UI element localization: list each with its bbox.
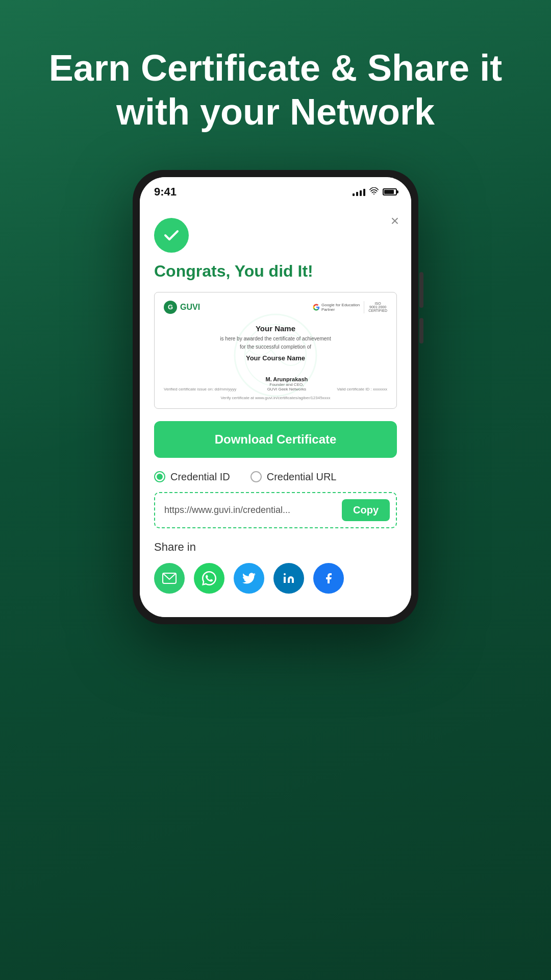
svg-point-4	[284, 573, 286, 575]
credential-id-radio-outer	[154, 471, 165, 482]
status-bar: 9:41	[140, 177, 411, 203]
credential-url-text: https://www.guvi.in/credential...	[164, 505, 337, 516]
share-icons-row	[154, 563, 397, 594]
status-time: 9:41	[154, 185, 177, 199]
phone-mockup: 9:41 ×	[133, 170, 418, 624]
share-email-icon[interactable]	[154, 563, 185, 594]
share-label: Share in	[154, 541, 397, 554]
iso-badge: ISO9001:2000CERTIFIED	[368, 302, 387, 312]
share-whatsapp-icon[interactable]	[194, 563, 224, 594]
credential-id-radio-inner	[157, 474, 163, 480]
credential-id-radio[interactable]: Credential ID	[154, 471, 230, 483]
close-button[interactable]: ×	[391, 213, 399, 229]
status-icons	[353, 187, 397, 197]
guvi-logo: G GUVI	[164, 301, 200, 314]
signal-bars	[353, 188, 365, 196]
google-partner-text: Google for EducationPartner	[321, 303, 360, 312]
copy-button[interactable]: Copy	[342, 499, 390, 521]
cert-recipient-name: Your Name	[164, 324, 387, 333]
side-button-2	[419, 318, 423, 344]
wifi-icon	[369, 187, 379, 197]
certificate-preview: G GUVI Google for EducationPartner ISO90…	[154, 292, 397, 409]
success-check-circle	[154, 218, 189, 253]
cert-awarded-text: is here by awarded the certificate of ac…	[164, 335, 387, 351]
battery-icon	[383, 188, 397, 195]
share-twitter-icon[interactable]	[234, 563, 264, 594]
credential-url-radio[interactable]: Credential URL	[251, 471, 337, 483]
cert-id-label: Valid certificate ID : xxxxxxx	[337, 387, 387, 391]
headline-line2: with your Network	[116, 91, 435, 132]
download-certificate-button[interactable]: Download Certificate	[154, 421, 397, 458]
guvi-logo-text: GUVI	[180, 303, 200, 312]
url-display-box: https://www.guvi.in/credential... Copy	[154, 492, 397, 528]
side-button-1	[419, 272, 423, 308]
credential-radio-group: Credential ID Credential URL	[154, 471, 397, 483]
headline-line1: Earn Certificate & Share it	[49, 47, 502, 88]
cert-body: Your Name is here by awarded the certifi…	[164, 319, 387, 367]
svg-point-0	[373, 193, 374, 194]
phone-screen: 9:41 ×	[140, 177, 411, 617]
guvi-logo-icon: G	[164, 301, 177, 314]
share-facebook-icon[interactable]	[313, 563, 344, 594]
share-linkedin-icon[interactable]	[273, 563, 304, 594]
congrats-heading: Congrats, You did It!	[154, 262, 397, 281]
modal-content: × Congrats, You did It! G GUVI	[140, 203, 411, 617]
cert-course-name: Your Course Name	[164, 354, 387, 362]
share-section: Share in	[154, 541, 397, 594]
credential-id-label: Credential ID	[170, 471, 230, 483]
page-headline: Earn Certificate & Share it with your Ne…	[8, 46, 543, 134]
credential-url-radio-outer	[251, 471, 262, 482]
checkmark-icon	[162, 226, 181, 244]
credential-url-label: Credential URL	[267, 471, 337, 483]
